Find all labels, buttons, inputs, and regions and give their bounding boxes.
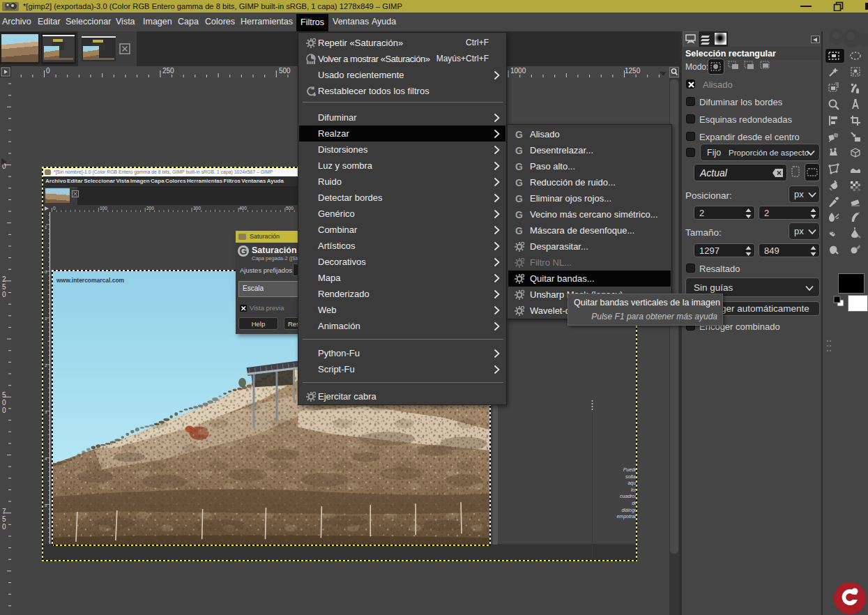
svg-text:0: 0 (45, 270, 47, 274)
svg-text:1: 1 (45, 317, 47, 321)
svg-text:1250: 1250 (625, 67, 641, 75)
svg-text:500: 500 (286, 206, 294, 211)
svg-text:5: 5 (45, 503, 47, 508)
svg-text:300: 300 (193, 206, 201, 211)
svg-text:2: 2 (45, 363, 47, 367)
svg-text:0: 0 (2, 407, 6, 414)
svg-text:100: 100 (100, 206, 107, 211)
svg-text:250: 250 (162, 67, 174, 75)
svg-text:0: 0 (2, 291, 6, 298)
svg-text:1: 1 (45, 225, 47, 229)
svg-text:0: 0 (2, 523, 6, 531)
svg-text:5: 5 (2, 283, 6, 291)
svg-text:0: 0 (46, 67, 50, 75)
svg-text:200: 200 (146, 206, 154, 211)
svg-text:2: 2 (2, 275, 6, 283)
svg-text:3: 3 (45, 410, 47, 414)
svg-text:0: 0 (2, 399, 6, 407)
svg-text:4: 4 (45, 457, 47, 461)
svg-text:1000: 1000 (510, 67, 526, 75)
svg-text:7: 7 (2, 508, 6, 515)
svg-text:www.intercomarcal.com: www.intercomarcal.com (56, 277, 124, 284)
svg-text:400: 400 (239, 206, 247, 211)
svg-text:0: 0 (53, 206, 56, 211)
svg-text:5: 5 (2, 515, 6, 523)
svg-text:5: 5 (2, 391, 6, 399)
svg-text:500: 500 (279, 67, 291, 75)
